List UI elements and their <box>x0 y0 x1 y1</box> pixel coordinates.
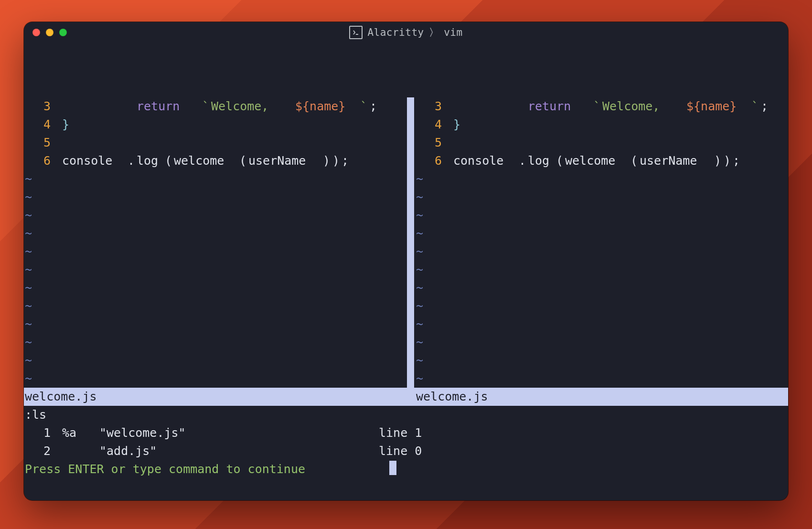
code-token: log <box>528 152 549 170</box>
command-text: :ls <box>25 406 46 424</box>
tilde-marker: ~ <box>25 224 32 243</box>
gutter-linenum: 3 <box>435 97 442 116</box>
minimize-icon[interactable] <box>46 29 53 36</box>
buffer-flags: %a <box>62 424 76 442</box>
tilde-marker: ~ <box>25 370 32 388</box>
code-line: 55 <box>24 134 788 152</box>
buffer-empty-line: ~~ <box>24 206 788 224</box>
gutter-linenum: 3 <box>43 97 51 116</box>
vertical-split[interactable] <box>407 261 414 279</box>
gutter-linenum: 6 <box>435 152 442 170</box>
code-token: ) <box>332 152 340 170</box>
code-token: console <box>453 152 503 170</box>
buffer-empty-line: ~~ <box>24 351 788 370</box>
tilde-marker: ~ <box>416 370 423 388</box>
code-token: welcome <box>565 152 615 170</box>
code-token: ) <box>724 152 731 170</box>
vertical-split[interactable] <box>407 116 414 134</box>
code-token: ${name} <box>295 97 345 116</box>
code-token: ( <box>630 152 638 170</box>
vertical-split[interactable] <box>407 351 414 370</box>
vertical-split[interactable] <box>407 370 414 388</box>
statusline-file-right: welcome.js <box>416 388 488 406</box>
terminal-icon <box>349 26 363 39</box>
zoom-icon[interactable] <box>59 29 67 36</box>
buffer-empty-line: ~~ <box>24 224 788 243</box>
vertical-split[interactable] <box>407 224 414 243</box>
code-token <box>584 97 591 116</box>
buffer-name: "add.js" <box>99 442 157 460</box>
tilde-marker: ~ <box>416 333 423 351</box>
code-token: Welcome, <box>602 97 667 116</box>
code-token: ; <box>342 152 349 170</box>
terminal-window: Alacritty 〉 vim 3 return `Welcome, ${nam… <box>24 22 788 500</box>
tilde-marker: ~ <box>416 351 423 370</box>
code-token: ( <box>239 152 246 170</box>
vertical-split[interactable] <box>407 297 414 315</box>
code-token: welcome <box>174 152 224 170</box>
code-token: ${name} <box>686 97 737 116</box>
vim-statusline: welcome.jswelcome.js <box>24 388 788 406</box>
vertical-split[interactable] <box>407 333 414 351</box>
buffer-empty-line: ~~ <box>24 333 788 351</box>
more-prompt-text: Press ENTER or type command to continue <box>25 460 305 478</box>
buffer-empty-line: ~~ <box>24 297 788 315</box>
buffer-empty-line: ~~ <box>24 261 788 279</box>
vertical-split[interactable] <box>407 152 414 170</box>
code-token: ( <box>556 152 563 170</box>
tilde-marker: ~ <box>25 261 32 279</box>
code-token: ` <box>593 97 600 116</box>
vertical-split[interactable] <box>407 243 414 261</box>
vertical-split[interactable] <box>407 206 414 224</box>
terminal-area[interactable]: 3 return `Welcome, ${name}`;3 return `We… <box>24 43 788 500</box>
buffer-name: "welcome.js" <box>99 424 186 442</box>
buffer-line: line 0 <box>379 442 422 460</box>
tilde-marker: ~ <box>416 297 423 315</box>
code-line: 3 return `Welcome, ${name}`;3 return `We… <box>24 97 788 116</box>
tilde-marker: ~ <box>25 297 32 315</box>
gutter-linenum: 6 <box>43 152 51 170</box>
buffer-empty-line: ~~ <box>24 315 788 333</box>
tilde-marker: ~ <box>416 188 423 206</box>
buffer-line: line 1 <box>379 424 422 442</box>
tilde-marker: ~ <box>25 333 32 351</box>
traffic-lights <box>32 22 67 43</box>
code-token: ) <box>323 152 330 170</box>
code-token: console <box>62 152 112 170</box>
code-token <box>453 97 511 116</box>
vertical-split[interactable] <box>407 170 414 188</box>
code-token <box>62 97 119 116</box>
tilde-marker: ~ <box>416 170 423 188</box>
buffer-empty-line: ~~ <box>24 188 788 206</box>
tilde-marker: ~ <box>416 243 423 261</box>
vertical-split[interactable] <box>407 97 414 116</box>
code-token: . <box>519 152 526 170</box>
code-token: } <box>453 116 460 134</box>
code-token: ; <box>733 152 740 170</box>
code-token: ` <box>751 97 759 116</box>
vertical-split[interactable] <box>407 134 414 152</box>
tilde-marker: ~ <box>25 351 32 370</box>
vertical-split[interactable] <box>407 279 414 297</box>
vertical-split[interactable] <box>407 315 414 333</box>
tilde-marker: ~ <box>416 315 423 333</box>
code-token: return <box>137 97 180 116</box>
buffer-empty-line: ~~ <box>24 279 788 297</box>
more-prompt[interactable]: Press ENTER or type command to continue <box>24 460 788 478</box>
buffer-num: 2 <box>43 442 51 460</box>
command-echo: :ls <box>24 406 788 424</box>
tilde-marker: ~ <box>25 315 32 333</box>
tilde-marker: ~ <box>416 279 423 297</box>
buffer-empty-line: ~~ <box>24 243 788 261</box>
code-line: 6console.log(welcome(userName));6console… <box>24 152 788 170</box>
code-token: Welcome, <box>211 97 276 116</box>
cursor <box>389 461 396 475</box>
gutter-linenum: 4 <box>43 116 51 134</box>
close-icon[interactable] <box>32 29 40 36</box>
vertical-split[interactable] <box>407 188 414 206</box>
buffer-num: 1 <box>43 424 51 442</box>
gutter-linenum: 5 <box>43 134 51 152</box>
code-token <box>192 97 200 116</box>
code-token: ` <box>360 97 367 116</box>
buffer-empty-line: ~~ <box>24 170 788 188</box>
